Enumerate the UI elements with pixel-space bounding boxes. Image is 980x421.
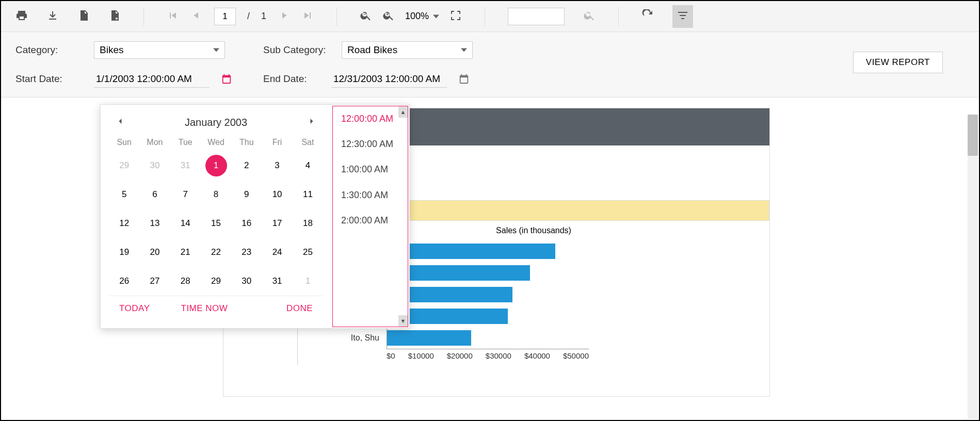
day-cell[interactable]: 26 [109,267,139,296]
zoom-value: 100% [405,11,429,22]
separator [336,7,337,26]
last-page-icon[interactable] [301,9,314,24]
export-icon[interactable] [46,9,59,24]
day-cell-prev[interactable]: 30 [139,151,170,180]
day-cell[interactable]: 9 [231,180,262,209]
day-cell[interactable]: 10 [262,180,292,209]
zoom-out-icon[interactable] [360,9,372,24]
xaxis-tick: $20000 [447,351,473,360]
day-cell[interactable]: 13 [139,209,170,238]
done-button[interactable]: DONE [286,303,313,314]
search-icon[interactable] [583,9,596,24]
page-separator: / [247,11,250,22]
day-cell[interactable]: 28 [170,267,201,296]
time-option[interactable]: 1:00:00 AM [333,157,408,182]
vertical-scrollbar[interactable] [968,115,978,419]
day-cell[interactable]: 30 [231,267,262,296]
subcategory-label: Sub Category: [263,44,330,56]
page-setup-icon[interactable] [77,9,90,24]
prev-page-icon[interactable] [190,9,203,24]
first-page-icon[interactable] [167,9,179,24]
calendar-icon[interactable] [221,73,232,85]
month-title[interactable]: January 2003 [185,117,247,128]
print-icon[interactable] [15,9,28,24]
day-cell[interactable]: 31 [262,267,292,296]
xaxis-tick: $0 [387,351,395,360]
xaxis-tick: $30000 [486,351,511,360]
day-cell[interactable]: 14 [170,209,201,238]
day-cell[interactable]: 22 [201,238,231,267]
weekday-label: Thu [231,138,262,147]
weekday-label: Tue [170,138,201,147]
weekday-label: Mon [139,138,170,147]
time-option[interactable]: 12:00:00 AM [333,106,408,132]
day-cell[interactable]: 2 [231,151,262,180]
zoom-select[interactable]: 100% [405,11,439,22]
day-cell[interactable]: 5 [109,180,139,209]
day-cell[interactable]: 25 [293,238,323,267]
day-cell[interactable]: 17 [262,209,292,238]
day-cell[interactable]: 18 [293,209,323,238]
day-cell[interactable]: 27 [139,267,170,296]
scroll-up-icon[interactable]: ▲ [398,106,408,118]
zoom-in-icon[interactable] [382,9,395,24]
page-number-input[interactable] [214,8,236,25]
day-cell[interactable]: 21 [170,238,201,267]
day-cell[interactable]: 12 [109,209,139,238]
day-cell[interactable]: 6 [139,180,170,209]
scroll-down-icon[interactable]: ▼ [398,315,408,327]
day-cell[interactable]: 3 [262,151,292,180]
zoom-group: 100% [360,9,462,24]
weekday-row: SunMonTueWedThuFriSat [109,138,323,147]
view-report-button[interactable]: VIEW REPORT [853,52,943,73]
day-cell[interactable]: 23 [231,238,262,267]
day-cell[interactable]: 8 [201,180,231,209]
prev-month-icon[interactable] [115,116,125,128]
time-option[interactable]: 12:30:00 AM [333,132,408,157]
next-page-icon[interactable] [278,9,290,24]
day-cell[interactable]: 15 [201,209,231,238]
days-grid: 2930311234567891011121314151617181920212… [109,151,323,296]
today-button[interactable]: TODAY [119,303,150,314]
day-cell[interactable]: 11 [293,180,323,209]
day-cell-prev[interactable]: 31 [170,151,201,180]
weekday-label: Sun [109,138,139,147]
day-cell[interactable]: 1 [205,155,227,176]
day-cell-next[interactable]: 1 [293,267,323,296]
chart-bar-label: Ito, Shu [308,333,382,343]
day-cell[interactable]: 4 [293,151,323,180]
end-date-input[interactable] [331,70,447,88]
next-month-icon[interactable] [307,116,317,128]
xaxis-tick: $10000 [408,351,434,360]
day-cell-prev[interactable]: 29 [109,151,139,180]
time-option[interactable]: 2:00:00 AM [333,208,408,233]
chart-xaxis: $0$10000$20000$30000$40000$50000 [387,349,589,360]
day-cell[interactable]: 7 [170,180,201,209]
chart-row: Ito, Shu [308,327,759,349]
calendar-icon[interactable] [458,73,470,85]
time-option[interactable]: 1:30:00 AM [333,183,408,208]
time-now-button[interactable]: TIME NOW [181,303,228,314]
toolbar: / 1 100% [1,1,979,32]
fullscreen-icon[interactable] [449,9,462,24]
day-cell[interactable]: 19 [109,238,139,267]
day-cell[interactable]: 24 [262,238,292,267]
day-cell[interactable]: 29 [201,267,231,296]
filter-icon[interactable] [672,5,693,28]
separator [143,7,144,26]
document-options-icon[interactable] [108,9,121,24]
time-list: ▲ 12:00:00 AM12:30:00 AM1:00:00 AM1:30:0… [332,106,408,327]
start-date-label: Start Date: [15,73,83,85]
refresh-icon[interactable] [641,9,654,24]
separator [485,7,485,26]
datepicker-popup: January 2003 SunMonTueWedThuFriSat 29303… [100,104,410,329]
search-input[interactable] [508,8,565,25]
category-value: Bikes [100,44,123,56]
subcategory-select[interactable]: Road Bikes [342,41,473,59]
day-cell[interactable]: 20 [139,238,170,267]
start-date-input[interactable] [94,70,210,88]
category-select[interactable]: Bikes [94,41,225,59]
day-cell[interactable]: 16 [231,209,262,238]
xaxis-tick: $50000 [563,351,589,360]
weekday-label: Wed [201,138,231,147]
